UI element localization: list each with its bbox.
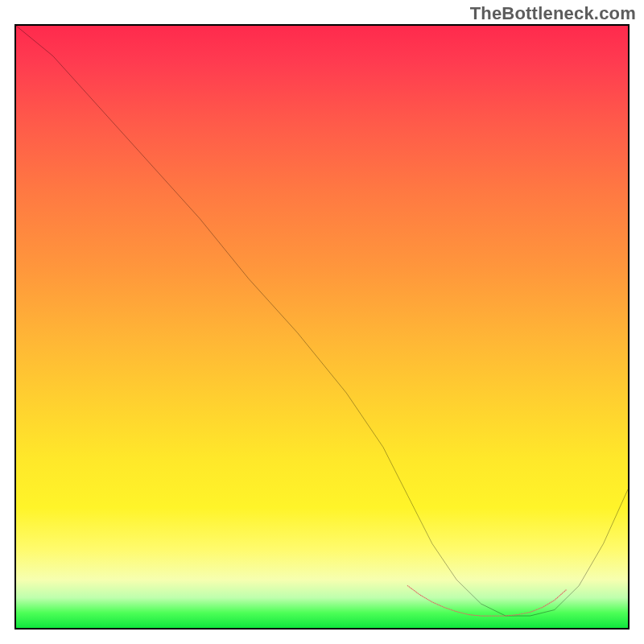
bottleneck-curve (16, 26, 628, 616)
optimal-band-marker (407, 586, 567, 616)
chart-container: TheBottleneck.com (0, 0, 644, 644)
plot-area (14, 24, 630, 630)
attribution-label: TheBottleneck.com (470, 3, 636, 24)
chart-svg (16, 26, 628, 628)
